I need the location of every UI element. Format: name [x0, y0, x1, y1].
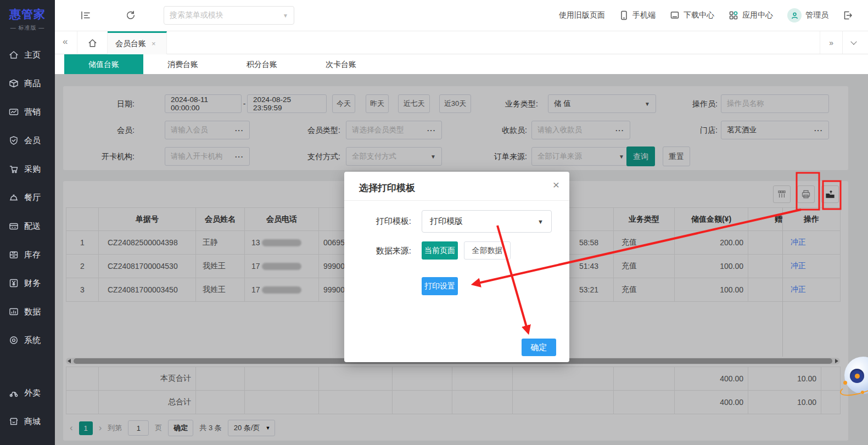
drawer-icon [8, 249, 19, 260]
logout-icon[interactable] [843, 10, 853, 20]
source-current-page-button[interactable]: 当前页面 [422, 241, 458, 260]
tabbar-right-controls: » [820, 31, 865, 54]
sidebar-item-finance[interactable]: 财务 [0, 269, 55, 297]
subtab-stored-value[interactable]: 储值台账 [64, 54, 143, 74]
sidebar-nav: 主页 商品 营销 会员 采购 餐厅 [0, 41, 55, 436]
tab-member-ledger[interactable]: 会员台账 × [108, 31, 167, 54]
sidebar-item-home[interactable]: 主页 [0, 41, 55, 69]
yuan-square-icon [8, 278, 19, 289]
header-actions: 使用旧版页面 手机端 下载中心 应用中心 管理员 [559, 0, 853, 31]
logo-subtitle: — 标准版 — [0, 24, 55, 32]
trend-icon [8, 106, 19, 117]
download-center[interactable]: 下载中心 [670, 10, 714, 20]
collapse-menu-icon[interactable] [80, 10, 92, 22]
print-settings-button[interactable]: 打印设置 [422, 277, 458, 295]
subtab-points[interactable]: 积分台账 [222, 54, 301, 74]
sidebar-item-products[interactable]: 商品 [0, 69, 55, 98]
confirm-button[interactable]: 确定 [522, 339, 556, 356]
sidebar-item-label: 营销 [24, 107, 41, 117]
phone-icon [619, 10, 629, 20]
sidebar-item-label: 餐厅 [24, 193, 41, 203]
chevron-down-icon: ▼ [537, 218, 544, 225]
search-placeholder: 搜索菜单或模块 [170, 10, 223, 20]
top-header: 搜索菜单或模块 ▼ 使用旧版页面 手机端 下载中心 应用中心 管理员 [55, 0, 868, 31]
cart-icon [8, 164, 19, 174]
search-input[interactable]: 搜索菜单或模块 ▼ [164, 6, 294, 25]
app-logo: 惠管家 — 标准版 — [0, 0, 55, 32]
sidebar-item-delivery[interactable]: 配送 [0, 212, 55, 240]
ledger-subtabs: 储值台账 消费台账 积分台账 次卡台账 [55, 54, 868, 74]
tabs-scroll-right[interactable]: » [820, 31, 842, 54]
sidebar-item-data[interactable]: 数据 [0, 297, 55, 326]
delivery-box-icon [8, 221, 19, 232]
sidebar-item-takeout[interactable]: 外卖 [0, 379, 55, 407]
person-icon [791, 12, 799, 20]
sidebar-item-system[interactable]: 系统 [0, 326, 55, 354]
dialog-title: 选择打印模板 [359, 182, 415, 194]
sidebar: 惠管家 — 标准版 — 主页 商品 营销 会员 采购 [0, 0, 55, 445]
bar-chart-icon [8, 306, 19, 317]
sidebar-item-marketing[interactable]: 营销 [0, 98, 55, 126]
source-all-data-button[interactable]: 全部数据 [464, 241, 511, 260]
sidebar-item-purchase[interactable]: 采购 [0, 155, 55, 183]
sidebar-item-label: 采购 [24, 164, 41, 174]
gear-eye-icon [8, 335, 19, 346]
dialog-divider [344, 200, 569, 201]
sidebar-item-label: 配送 [24, 221, 41, 232]
refresh-icon[interactable] [125, 10, 136, 22]
app-screen: 惠管家 — 标准版 — 主页 商品 营销 会员 采购 [0, 0, 868, 445]
sidebar-item-label: 系统 [24, 335, 41, 346]
subtab-consumption[interactable]: 消费台账 [143, 54, 222, 74]
template-label: 打印模板: [344, 216, 411, 227]
sidebar-item-inventory[interactable]: 库存 [0, 240, 55, 269]
download-icon [670, 10, 680, 20]
tabs-menu-toggle[interactable] [842, 31, 865, 54]
sidebar-item-mall[interactable]: 商城 [0, 407, 55, 436]
tab-bar: « 会员台账 × » [55, 31, 868, 54]
home-icon [8, 49, 19, 60]
mobile-entry[interactable]: 手机端 [619, 10, 656, 20]
sidebar-item-label: 数据 [24, 307, 41, 317]
legacy-version-link[interactable]: 使用旧版页面 [559, 10, 605, 20]
app-center[interactable]: 应用中心 [729, 10, 773, 20]
print-template-dialog: 选择打印模板 × 打印模板: 打印模版 ▼ 数据来源: 当前页面 全部数据 打印… [344, 172, 569, 362]
assistant-widget[interactable] [844, 357, 868, 396]
sidebar-item-label: 主页 [24, 50, 41, 60]
sidebar-item-label: 财务 [24, 278, 41, 289]
sidebar-item-restaurant[interactable]: 餐厅 [0, 183, 55, 212]
tab-label: 会员台账 [115, 39, 146, 49]
sidebar-gap [0, 354, 55, 379]
data-source-label: 数据来源: [344, 246, 411, 256]
admin-user[interactable]: 管理员 [787, 8, 828, 22]
sidebar-item-label: 库存 [24, 250, 41, 260]
box-icon [8, 78, 19, 89]
cloche-icon [8, 192, 19, 203]
sidebar-item-members[interactable]: 会员 [0, 126, 55, 155]
scooter-icon [8, 387, 19, 398]
tabs-scroll-left[interactable]: « [63, 36, 68, 47]
close-icon[interactable]: × [553, 178, 559, 191]
subtab-times-card[interactable]: 次卡台账 [301, 54, 380, 74]
chevron-down-icon: ▼ [283, 13, 288, 19]
sidebar-item-label: 商品 [24, 78, 41, 89]
avatar [787, 8, 802, 22]
chevron-down-icon [850, 38, 856, 44]
storefront-icon [8, 416, 19, 427]
home-icon [87, 38, 98, 48]
sidebar-item-label: 商城 [24, 416, 41, 427]
sidebar-item-label: 外卖 [24, 388, 41, 398]
template-select[interactable]: 打印模版 ▼ [422, 210, 552, 233]
tab-close-icon[interactable]: × [152, 40, 156, 48]
app-grid-icon [729, 10, 738, 20]
logo-title: 惠管家 [0, 7, 55, 22]
shield-check-icon [8, 135, 19, 146]
home-tab[interactable] [77, 31, 108, 54]
sidebar-item-label: 会员 [24, 136, 41, 146]
